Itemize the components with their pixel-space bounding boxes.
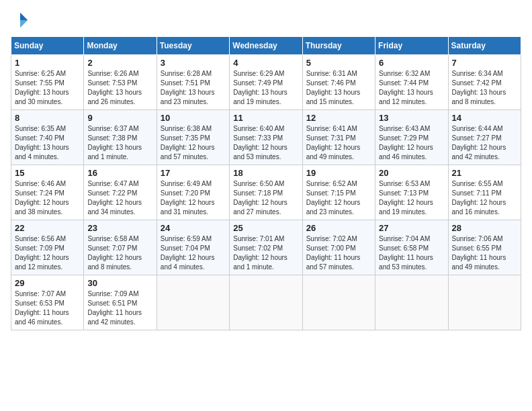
calendar-week-5: 29Sunrise: 7:07 AMSunset: 6:53 PMDayligh…: [11, 275, 521, 330]
day-number: 24: [161, 223, 226, 233]
cell-details: Sunrise: 6:56 AMSunset: 7:09 PMDaylight:…: [15, 234, 80, 272]
calendar-cell: 7Sunrise: 6:34 AMSunset: 7:42 PMDaylight…: [448, 55, 521, 110]
calendar-week-3: 15Sunrise: 6:46 AMSunset: 7:24 PMDayligh…: [11, 165, 521, 220]
calendar-cell: 3Sunrise: 6:28 AMSunset: 7:51 PMDaylight…: [157, 55, 229, 110]
day-number: 1: [15, 58, 80, 68]
day-number: 29: [15, 278, 80, 288]
calendar-cell: 12Sunrise: 6:41 AMSunset: 7:31 PMDayligh…: [302, 110, 375, 165]
cell-details: Sunrise: 6:47 AMSunset: 7:22 PMDaylight:…: [87, 179, 152, 217]
cell-details: Sunrise: 6:50 AMSunset: 7:18 PMDaylight:…: [233, 179, 298, 217]
day-number: 16: [87, 168, 152, 178]
day-header-thursday: Thursday: [302, 37, 375, 55]
cell-details: Sunrise: 6:32 AMSunset: 7:44 PMDaylight:…: [379, 69, 444, 107]
calendar-cell: 11Sunrise: 6:40 AMSunset: 7:33 PMDayligh…: [230, 110, 302, 165]
day-number: 20: [379, 168, 444, 178]
calendar-cell: 22Sunrise: 6:56 AMSunset: 7:09 PMDayligh…: [11, 220, 84, 275]
day-number: 5: [306, 58, 371, 68]
cell-details: Sunrise: 7:07 AMSunset: 6:53 PMDaylight:…: [15, 289, 80, 327]
cell-details: Sunrise: 6:41 AMSunset: 7:31 PMDaylight:…: [306, 124, 371, 162]
cell-details: Sunrise: 6:29 AMSunset: 7:49 PMDaylight:…: [233, 69, 298, 107]
day-number: 6: [379, 58, 444, 68]
day-number: 13: [379, 113, 444, 123]
day-number: 17: [161, 168, 226, 178]
cell-details: Sunrise: 6:55 AMSunset: 7:11 PMDaylight:…: [452, 179, 517, 217]
day-number: 27: [379, 223, 444, 233]
day-number: 2: [87, 58, 152, 68]
cell-details: Sunrise: 6:37 AMSunset: 7:38 PMDaylight:…: [87, 124, 152, 162]
cell-details: Sunrise: 6:34 AMSunset: 7:42 PMDaylight:…: [452, 69, 517, 107]
cell-details: Sunrise: 7:09 AMSunset: 6:51 PMDaylight:…: [87, 289, 152, 327]
calendar-cell: 25Sunrise: 7:01 AMSunset: 7:02 PMDayligh…: [230, 220, 302, 275]
calendar-cell: 19Sunrise: 6:52 AMSunset: 7:15 PMDayligh…: [302, 165, 375, 220]
day-header-sunday: Sunday: [11, 37, 84, 55]
cell-details: Sunrise: 6:26 AMSunset: 7:53 PMDaylight:…: [87, 69, 152, 107]
calendar-cell: 8Sunrise: 6:35 AMSunset: 7:40 PMDaylight…: [11, 110, 84, 165]
cell-details: Sunrise: 6:43 AMSunset: 7:29 PMDaylight:…: [379, 124, 444, 162]
day-header-tuesday: Tuesday: [157, 37, 229, 55]
cell-details: Sunrise: 6:38 AMSunset: 7:35 PMDaylight:…: [161, 124, 226, 162]
calendar-week-2: 8Sunrise: 6:35 AMSunset: 7:40 PMDaylight…: [11, 110, 521, 165]
calendar-cell: 14Sunrise: 6:44 AMSunset: 7:27 PMDayligh…: [448, 110, 521, 165]
cell-details: Sunrise: 7:01 AMSunset: 7:02 PMDaylight:…: [233, 234, 298, 272]
day-header-friday: Friday: [375, 37, 448, 55]
calendar-cell: 29Sunrise: 7:07 AMSunset: 6:53 PMDayligh…: [11, 275, 84, 330]
cell-details: Sunrise: 7:06 AMSunset: 6:55 PMDaylight:…: [452, 234, 517, 272]
logo-icon: [11, 11, 30, 30]
calendar-cell: 27Sunrise: 7:04 AMSunset: 6:58 PMDayligh…: [375, 220, 448, 275]
day-number: 11: [233, 113, 298, 123]
cell-details: Sunrise: 6:58 AMSunset: 7:07 PMDaylight:…: [87, 234, 152, 272]
calendar-week-1: 1Sunrise: 6:25 AMSunset: 7:55 PMDaylight…: [11, 55, 521, 110]
calendar-cell: 16Sunrise: 6:47 AMSunset: 7:22 PMDayligh…: [84, 165, 157, 220]
calendar-cell: [375, 275, 448, 330]
calendar-cell: 13Sunrise: 6:43 AMSunset: 7:29 PMDayligh…: [375, 110, 448, 165]
calendar-cell: 15Sunrise: 6:46 AMSunset: 7:24 PMDayligh…: [11, 165, 84, 220]
calendar-cell: 21Sunrise: 6:55 AMSunset: 7:11 PMDayligh…: [448, 165, 521, 220]
cell-details: Sunrise: 6:53 AMSunset: 7:13 PMDaylight:…: [379, 179, 444, 217]
cell-details: Sunrise: 7:04 AMSunset: 6:58 PMDaylight:…: [379, 234, 444, 272]
day-number: 22: [15, 223, 80, 233]
day-number: 8: [15, 113, 80, 123]
day-number: 19: [306, 168, 371, 178]
day-number: 30: [87, 278, 152, 288]
calendar-cell: 6Sunrise: 6:32 AMSunset: 7:44 PMDaylight…: [375, 55, 448, 110]
calendar-cell: 28Sunrise: 7:06 AMSunset: 6:55 PMDayligh…: [448, 220, 521, 275]
calendar-cell: 4Sunrise: 6:29 AMSunset: 7:49 PMDaylight…: [230, 55, 302, 110]
calendar-table: SundayMondayTuesdayWednesdayThursdayFrid…: [11, 36, 521, 330]
day-number: 28: [452, 223, 517, 233]
day-number: 23: [87, 223, 152, 233]
day-header-monday: Monday: [84, 37, 157, 55]
calendar-cell: 20Sunrise: 6:53 AMSunset: 7:13 PMDayligh…: [375, 165, 448, 220]
day-number: 25: [233, 223, 298, 233]
cell-details: Sunrise: 6:40 AMSunset: 7:33 PMDaylight:…: [233, 124, 298, 162]
calendar-header-row: SundayMondayTuesdayWednesdayThursdayFrid…: [11, 37, 521, 55]
cell-details: Sunrise: 6:46 AMSunset: 7:24 PMDaylight:…: [15, 179, 80, 217]
calendar-week-4: 22Sunrise: 6:56 AMSunset: 7:09 PMDayligh…: [11, 220, 521, 275]
calendar-cell: [157, 275, 229, 330]
day-number: 18: [233, 168, 298, 178]
day-number: 9: [87, 113, 152, 123]
cell-details: Sunrise: 6:31 AMSunset: 7:46 PMDaylight:…: [306, 69, 371, 107]
calendar-cell: 23Sunrise: 6:58 AMSunset: 7:07 PMDayligh…: [84, 220, 157, 275]
page-header: [11, 11, 521, 30]
day-header-saturday: Saturday: [448, 37, 521, 55]
calendar-cell: [302, 275, 375, 330]
cell-details: Sunrise: 7:02 AMSunset: 7:00 PMDaylight:…: [306, 234, 371, 272]
calendar-cell: [230, 275, 302, 330]
svg-marker-0: [20, 13, 28, 20]
day-number: 21: [452, 168, 517, 178]
day-header-wednesday: Wednesday: [230, 37, 302, 55]
day-number: 26: [306, 223, 371, 233]
day-number: 10: [161, 113, 226, 123]
calendar-cell: 5Sunrise: 6:31 AMSunset: 7:46 PMDaylight…: [302, 55, 375, 110]
day-number: 3: [161, 58, 226, 68]
calendar-cell: 18Sunrise: 6:50 AMSunset: 7:18 PMDayligh…: [230, 165, 302, 220]
calendar-cell: 2Sunrise: 6:26 AMSunset: 7:53 PMDaylight…: [84, 55, 157, 110]
cell-details: Sunrise: 6:44 AMSunset: 7:27 PMDaylight:…: [452, 124, 517, 162]
logo: [11, 11, 32, 30]
calendar-cell: 1Sunrise: 6:25 AMSunset: 7:55 PMDaylight…: [11, 55, 84, 110]
svg-marker-1: [20, 20, 28, 28]
cell-details: Sunrise: 6:49 AMSunset: 7:20 PMDaylight:…: [161, 179, 226, 217]
day-number: 15: [15, 168, 80, 178]
day-number: 12: [306, 113, 371, 123]
calendar-cell: [448, 275, 521, 330]
